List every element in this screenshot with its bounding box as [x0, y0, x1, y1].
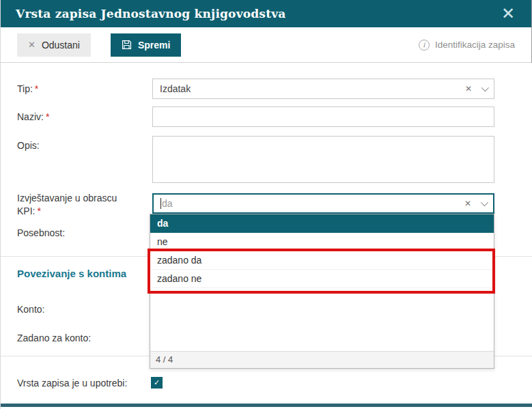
- section-title-povezivanje: Povezivanje s kontima: [17, 268, 126, 279]
- identification-link[interactable]: i Identifikacija zapisa: [419, 40, 515, 51]
- kpi-combobox-placeholder: da: [162, 198, 464, 209]
- save-button-label: Spremi: [138, 40, 170, 51]
- save-icon: [122, 40, 132, 50]
- required-asterisk: *: [35, 83, 38, 94]
- bottom-bar: [1, 404, 532, 407]
- dropdown-option-zadano-ne[interactable]: zadano ne: [150, 270, 494, 288]
- form-area: Tip:* Izdatak ✕ Naziv:* Opis: Izvještava…: [1, 63, 532, 409]
- dropdown-option-da[interactable]: da: [150, 214, 494, 233]
- naziv-label: Naziv:*: [17, 111, 143, 124]
- kpi-label: Izvještavanje u obrascu KPI:*: [17, 192, 137, 218]
- tip-select[interactable]: Izdatak ✕: [152, 79, 494, 99]
- dropdown-option-zadano-da[interactable]: zadano da: [150, 251, 494, 270]
- toolbar: ✕ Odustani Spremi i Identifikacija zapis…: [1, 27, 531, 63]
- naziv-input[interactable]: [152, 107, 494, 127]
- modal-title: Vrsta zapisa Jednostavnog knjigovodstva: [16, 7, 285, 20]
- modal-header: Vrsta zapisa Jednostavnog knjigovodstva …: [1, 0, 531, 27]
- tip-select-value: Izdatak: [160, 83, 465, 94]
- konto-label: Konto:: [17, 303, 143, 316]
- tip-chevron-down-icon[interactable]: [481, 84, 489, 91]
- required-asterisk: *: [37, 206, 40, 216]
- in-use-checkbox[interactable]: ✓: [151, 377, 163, 389]
- tip-clear-icon[interactable]: ✕: [465, 84, 472, 94]
- kpi-combobox[interactable]: da ✕: [152, 193, 494, 214]
- posebnost-label: Posebnost:: [17, 227, 143, 240]
- dropdown-counter: 4 / 4: [150, 351, 494, 368]
- dropdown-option-ne[interactable]: ne: [150, 233, 494, 251]
- kpi-chevron-down-icon[interactable]: [481, 199, 488, 206]
- required-asterisk: *: [46, 111, 49, 122]
- save-button[interactable]: Spremi: [111, 33, 181, 57]
- opis-textarea[interactable]: [152, 136, 494, 183]
- info-icon: i: [419, 40, 430, 51]
- zadano-za-konto-label: Zadano za konto:: [17, 332, 143, 345]
- opis-label: Opis:: [17, 139, 143, 152]
- kpi-clear-icon[interactable]: ✕: [464, 199, 471, 208]
- tip-label: Tip:*: [17, 83, 143, 96]
- cancel-button-label: Odustani: [42, 40, 80, 51]
- modal-vrsta-zapisa: Vrsta zapisa Jednostavnog knjigovodstva …: [0, 0, 532, 409]
- cancel-x-icon: ✕: [28, 40, 36, 50]
- in-use-label: Vrsta zapisa je u upotrebi:: [17, 377, 147, 390]
- cancel-button[interactable]: ✕ Odustani: [17, 33, 91, 57]
- kpi-dropdown-panel: da ne zadano da zadano ne 4 / 4: [150, 214, 494, 369]
- text-caret: [160, 198, 161, 209]
- close-icon[interactable]: ✕: [500, 5, 516, 22]
- checkmark-icon: ✓: [154, 378, 160, 387]
- identification-label: Identifikacija zapisa: [435, 40, 515, 50]
